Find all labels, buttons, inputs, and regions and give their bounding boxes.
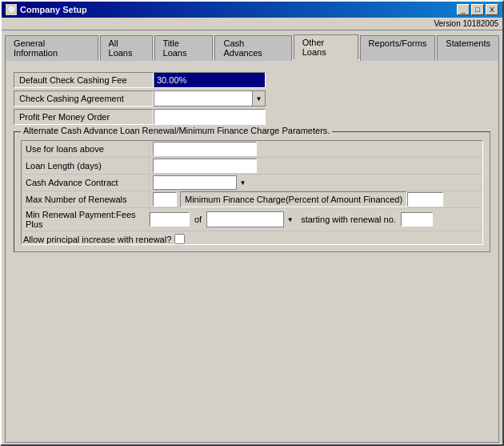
title-bar: ⚙ Company Setup _ □ X <box>2 2 502 18</box>
renewal-of-select-wrapper[interactable]: ▼ <box>206 211 296 227</box>
minimize-button[interactable]: _ <box>457 4 470 15</box>
default-check-label: Default Check Cashing Fee <box>14 72 154 88</box>
tabs-row: General Information All Loans Title Loan… <box>2 30 502 59</box>
use-for-loans-row: Use for loans above <box>22 141 482 158</box>
max-renewals-row: Max Number of Renewals Minimum Finance C… <box>22 191 482 208</box>
version-bar: Version 10182005 <box>2 18 502 30</box>
profit-per-money-order-input[interactable] <box>154 109 266 125</box>
starting-renewal-no-input[interactable] <box>401 212 433 227</box>
check-cashing-agreement-select-wrapper[interactable]: ▼ <box>154 90 266 106</box>
profit-money-order-row: Profit Per Money Order <box>14 109 490 125</box>
inner-table: Use for loans above Loan Length (days) C… <box>21 140 483 245</box>
tab-cash-advances[interactable]: Cash Advances <box>214 35 291 61</box>
cash-advance-contract-select-wrapper[interactable]: ▼ <box>153 175 249 190</box>
min-finance-charge-label: Minimum Finance Charge(Percent of Amount… <box>180 191 407 207</box>
allow-principal-label: Allow principal increase with renewal? <box>23 235 171 244</box>
cash-advance-contract-select[interactable] <box>153 175 249 190</box>
title-buttons: _ □ X <box>457 4 498 15</box>
allow-principal-checkbox-row: Allow principal increase with renewal? <box>22 234 185 244</box>
loan-length-row: Loan Length (days) <box>22 158 482 175</box>
chevron-down-icon: ▼ <box>236 175 249 190</box>
default-check-input[interactable] <box>154 72 266 88</box>
renewal-payment-input[interactable] <box>150 212 190 227</box>
title-bar-left: ⚙ Company Setup <box>6 4 87 15</box>
close-button[interactable]: X <box>486 4 498 15</box>
min-finance-input[interactable] <box>407 192 443 207</box>
loan-length-input[interactable] <box>153 159 257 173</box>
check-cashing-agreement-select[interactable] <box>154 91 265 106</box>
check-cashing-agreement-row: Check Cashing Agreement ▼ <box>14 90 490 106</box>
group-title: Alternate Cash Advance Loan Renewal/Mini… <box>21 126 332 135</box>
starting-text: starting with renewal no. <box>298 215 398 224</box>
cash-advance-contract-row: Cash Advance Contract ▼ <box>22 175 482 191</box>
chevron-down-icon: ▼ <box>283 211 296 227</box>
main-window: ⚙ Company Setup _ □ X Version 10182005 G… <box>0 0 504 446</box>
allow-principal-row: Allow principal increase with renewal? <box>22 231 482 244</box>
cash-advance-contract-label: Cash Advance Contract <box>22 175 150 191</box>
tab-reports-forms[interactable]: Reports/Forms <box>360 35 436 61</box>
tab-general-information[interactable]: General Information <box>5 35 98 61</box>
profit-per-money-order-label: Profit Per Money Order <box>14 109 154 125</box>
use-for-loans-label: Use for loans above <box>22 141 150 157</box>
maximize-button[interactable]: □ <box>471 4 484 15</box>
window-title: Company Setup <box>20 5 87 14</box>
loan-length-label: Loan Length (days) <box>22 158 150 174</box>
tab-title-loans[interactable]: Title Loans <box>154 35 214 61</box>
max-renewals-input[interactable] <box>153 192 177 207</box>
top-fields-section: Default Check Cashing Fee Check Cashing … <box>14 72 490 125</box>
check-cashing-agreement-label: Check Cashing Agreement <box>14 90 154 106</box>
tab-all-loans[interactable]: All Loans <box>100 35 153 61</box>
chevron-down-icon: ▼ <box>252 91 265 106</box>
renewal-payment-fields: of ▼ starting with renewal no. <box>150 211 433 227</box>
min-renewal-row: Min Renewal Payment:Fees Plus of ▼ start… <box>22 208 482 231</box>
min-renewal-label: Min Renewal Payment:Fees Plus <box>22 208 150 231</box>
of-text: of <box>192 215 204 224</box>
default-check-fee-row: Default Check Cashing Fee <box>14 72 490 88</box>
renewals-row: Minimum Finance Charge(Percent of Amount… <box>150 191 443 207</box>
alternate-cash-advance-group: Alternate Cash Advance Loan Renewal/Mini… <box>14 131 490 252</box>
app-icon: ⚙ <box>6 4 17 15</box>
content-area: Default Check Cashing Fee Check Cashing … <box>5 59 499 443</box>
tab-statements[interactable]: Statements <box>437 35 499 61</box>
allow-principal-checkbox[interactable] <box>174 234 185 244</box>
tab-other-loans[interactable]: Other Loans <box>294 34 358 60</box>
use-for-loans-input[interactable] <box>153 142 257 156</box>
version-text: Version 10182005 <box>434 19 498 28</box>
max-renewals-label: Max Number of Renewals <box>22 191 150 207</box>
